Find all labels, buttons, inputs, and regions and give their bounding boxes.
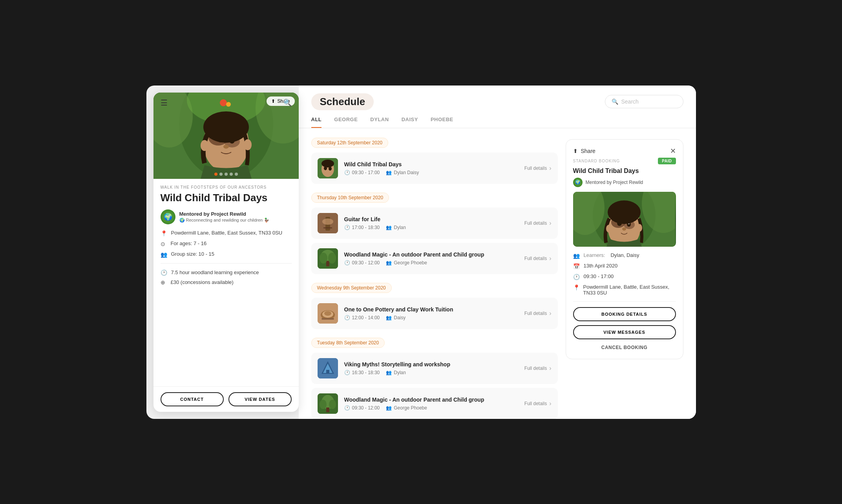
tab-dylan[interactable]: DYLAN [370, 116, 389, 128]
event-link[interactable]: Full details › [524, 365, 552, 372]
carousel-dots [214, 173, 238, 176]
event-learners: 👥 George Phoebe [386, 405, 427, 411]
svg-point-43 [329, 400, 336, 409]
mobile-title: Wild Child Tribal Days [161, 192, 292, 204]
svg-point-18 [321, 160, 334, 167]
carousel-dot-4[interactable] [230, 173, 233, 176]
logo-dot-orange [226, 102, 231, 107]
svg-point-15 [244, 139, 252, 150]
event-learners: 👥 George Phoebe [386, 260, 427, 266]
tabs: ALL GEORGE DYLAN DAISY PHOEBE [299, 110, 696, 128]
tab-george[interactable]: GEORGE [334, 116, 358, 128]
event-time: 🕐 09:30 - 12:00 [344, 260, 380, 266]
chevron-icon: › [549, 165, 551, 172]
event-meta: 🕐 09:30 - 12:00 👥 George Phoebe [344, 260, 524, 266]
detail-mentor-avatar: 🌍 [573, 178, 583, 187]
event-info: Wild Child Tribal Days 🕐 09:30 - 17:00 👥… [344, 161, 524, 175]
svg-point-56 [608, 200, 641, 224]
date-header-3: Wednesday 9th September 2020 [311, 283, 392, 293]
event-link[interactable]: Full details › [524, 310, 552, 317]
detail-date-row: 📅 13th April 2020 [573, 263, 676, 269]
duration-text: 7.5 hour woodland learning experience [171, 269, 259, 275]
svg-point-33 [324, 311, 331, 316]
tab-all[interactable]: ALL [311, 116, 322, 128]
location-row: 📍 Powdermill Lane, Battle, East Sussex, … [161, 230, 292, 237]
event-thumbnail [318, 303, 338, 324]
carousel-dot-2[interactable] [219, 173, 223, 176]
event-link[interactable]: Full details › [524, 220, 552, 227]
carousel-dot-5[interactable] [235, 173, 238, 176]
svg-rect-27 [326, 261, 329, 266]
event-card[interactable]: Woodland Magic - An outdoor Parent and C… [311, 243, 558, 274]
chevron-icon: › [549, 365, 551, 372]
event-meta: 🕐 12:00 - 14:00 👥 Daisy [344, 315, 524, 320]
price-icon: ⊕ [161, 279, 167, 286]
event-thumbnail [318, 358, 338, 378]
main-header: Schedule 🔍 Search [299, 86, 696, 110]
event-thumbnail [318, 248, 338, 269]
event-link[interactable]: Full details › [524, 400, 552, 407]
logo-dot-red [220, 99, 227, 106]
date-header-2: Thursday 10th September 2020 [311, 193, 389, 203]
clock-icon: 🕐 [344, 170, 350, 175]
event-link[interactable]: Full details › [524, 165, 552, 172]
detail-date-value: 13th April 2020 [584, 263, 618, 269]
event-time: 🕐 12:00 - 14:00 [344, 315, 380, 320]
detail-learners-label: Learners: [584, 252, 605, 258]
calendar-icon: 📅 [573, 263, 580, 269]
carousel-dot-3[interactable] [225, 173, 228, 176]
mentor-desc: 🌍 Reconnecting and rewilding our childre… [179, 218, 270, 223]
location-icon: 📍 [161, 230, 167, 237]
learners-icon: 👥 [386, 225, 392, 230]
date-section-3: Wednesday 9th September 2020 [311, 281, 558, 329]
detail-image [573, 192, 676, 247]
location-icon: 📍 [573, 284, 579, 291]
svg-point-14 [201, 140, 208, 151]
group-size-row: 👥 Group size: 10 - 15 [161, 251, 292, 258]
tab-phoebe[interactable]: PHOEBE [431, 116, 453, 128]
detail-mentor-row: 🌍 Mentored by Project Rewild [573, 178, 676, 187]
cancel-booking-link[interactable]: CANCEL BOOKING [573, 343, 676, 352]
booking-type-label: STANDARD BOOKING [573, 159, 620, 163]
view-dates-button[interactable]: VIEW DATES [228, 392, 292, 406]
event-card[interactable]: Wild Child Tribal Days 🕐 09:30 - 17:00 👥… [311, 153, 558, 184]
schedule-body: Saturday 12th September 2020 [299, 128, 696, 419]
learners-icon: 👥 [386, 260, 392, 266]
carousel-dot-1[interactable] [214, 173, 217, 176]
hamburger-icon[interactable]: ☰ [161, 98, 168, 107]
search-icon[interactable]: 🔍 [283, 98, 292, 107]
mobile-content: WALK IN THE FOOTSTEPS OF OUR ANCESTORS W… [153, 179, 299, 386]
contact-button[interactable]: CONTACT [161, 392, 224, 406]
event-thumbnail [318, 393, 338, 414]
event-learners: 👥 Dylan [386, 225, 406, 230]
event-learners: 👥 Dylan Daisy [386, 170, 419, 175]
event-link[interactable]: Full details › [524, 255, 552, 262]
event-card[interactable]: Guitar for Life 🕐 17:00 - 18:30 👥 Dylan [311, 207, 558, 239]
event-card[interactable]: Viking Myths! Storytelling and workshop … [311, 353, 558, 384]
search-icon: 🔍 [612, 98, 618, 105]
event-info: Guitar for Life 🕐 17:00 - 18:30 👥 Dylan [344, 216, 524, 230]
event-time: 🕐 09:30 - 12:00 [344, 405, 380, 411]
share-label[interactable]: ⬆ Share [573, 148, 595, 154]
event-info: Woodland Magic - An outdoor Parent and C… [344, 251, 524, 266]
duration-icon: 🕐 [161, 269, 167, 276]
schedule-list: Saturday 12th September 2020 [311, 136, 558, 411]
event-thumbnail [318, 213, 338, 233]
date-section-4: Tuesday 8th September 2020 Viking Myth [311, 336, 558, 419]
event-meta: 🕐 17:00 - 18:30 👥 Dylan [344, 225, 524, 230]
close-button[interactable]: ✕ [670, 147, 676, 155]
event-title: One to One Pottery and Clay Work Tuition [344, 306, 524, 313]
view-messages-button[interactable]: VIEW MESSAGES [573, 325, 676, 339]
svg-rect-41 [326, 408, 329, 412]
event-card[interactable]: One to One Pottery and Clay Work Tuition… [311, 298, 558, 329]
search-bar[interactable]: 🔍 Search [605, 95, 683, 108]
tab-daisy[interactable]: DAISY [402, 116, 418, 128]
svg-point-12 [223, 145, 229, 149]
event-card[interactable]: Woodland Magic - An outdoor Parent and C… [311, 388, 558, 419]
detail-title: Wild Child Tribal Days [573, 167, 676, 175]
booking-details-button[interactable]: BOOKING DETAILS [573, 307, 676, 321]
svg-point-23 [322, 218, 333, 225]
app-title: Schedule [311, 93, 374, 110]
detail-header: ⬆ Share ✕ [573, 147, 676, 155]
event-title: Wild Child Tribal Days [344, 161, 524, 167]
